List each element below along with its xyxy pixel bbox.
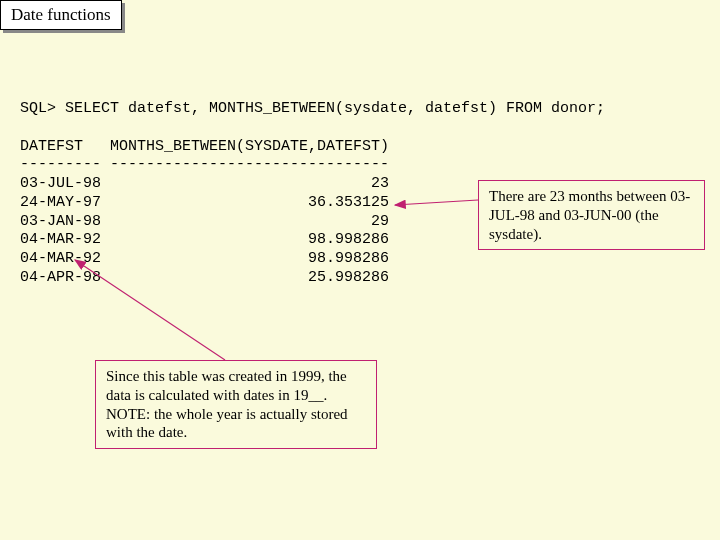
title-text: Date functions [11, 5, 111, 24]
annotation-right-text: There are 23 months between 03-JUL-98 an… [489, 188, 690, 242]
annotation-bottom-text: Since this table was created in 1999, th… [106, 368, 348, 440]
data-rows: 03-JUL-98 23 24-MAY-97 36.353125 03-JAN-… [20, 175, 389, 286]
column-headers: DATEFST MONTHS_BETWEEN(SYSDATE,DATEFST) [20, 138, 389, 155]
annotation-bottom: Since this table was created in 1999, th… [95, 360, 377, 449]
annotation-right: There are 23 months between 03-JUL-98 an… [478, 180, 705, 250]
page-title: Date functions [0, 0, 122, 30]
sql-command: SQL> SELECT datefst, MONTHS_BETWEEN(sysd… [20, 100, 605, 117]
column-dashes: --------- ------------------------------… [20, 156, 389, 173]
